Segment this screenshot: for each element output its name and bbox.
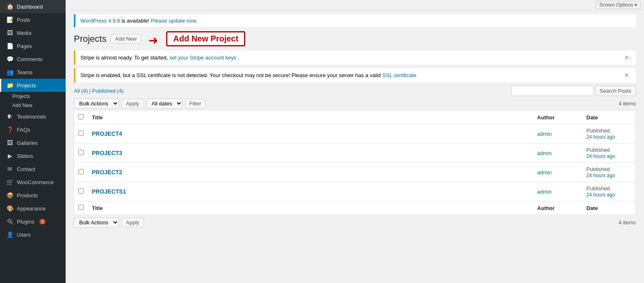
sidebar-item-woocommerce[interactable]: 🛒 WooCommerce — [0, 176, 66, 189]
filter-published-link[interactable]: Published (4) — [92, 88, 124, 94]
wp-version-link[interactable]: WordPress 4.9.8 — [80, 18, 120, 24]
apply-button-top[interactable]: Apply — [121, 99, 144, 108]
select-all-checkbox-bottom[interactable] — [78, 205, 84, 210]
sidebar-item-posts[interactable]: 📝 Posts — [0, 13, 66, 26]
date-sort-link[interactable]: Date — [587, 114, 598, 121]
bulk-actions-select-bottom[interactable]: Bulk Actions — [74, 217, 119, 228]
sidebar-item-dashboard[interactable]: 🏠 Dashboard — [0, 0, 66, 13]
sidebar-item-testimonials[interactable]: 🗣 Testimonials — [0, 110, 66, 123]
date-status: Published — [587, 128, 610, 134]
col-checkbox-header — [74, 111, 88, 124]
project-title-link[interactable]: PROJECTS1 — [92, 188, 126, 195]
stripe-notice-2: Stripe is enabled, but a SSL certificate… — [74, 68, 636, 82]
galleries-icon: 🖼 — [6, 139, 14, 146]
date-sort-link-bottom[interactable]: Date — [587, 205, 598, 211]
search-input[interactable] — [512, 86, 594, 96]
subheader: All (4) | Published (4) Search Posts — [74, 86, 636, 96]
sidebar-item-label: FAQs — [17, 127, 30, 133]
date-time-link[interactable]: 24 hours ago — [587, 192, 615, 198]
date-time-link[interactable]: 24 hours ago — [587, 134, 615, 140]
project-title-link[interactable]: PROJECT3 — [92, 150, 122, 156]
sidebar-item-contact[interactable]: ✉ Contact — [0, 162, 66, 176]
sidebar-item-teams[interactable]: 👥 Teams — [0, 66, 66, 79]
row-checkbox[interactable] — [78, 130, 84, 136]
author-link[interactable]: admin — [537, 169, 552, 176]
author-link[interactable]: admin — [537, 150, 552, 156]
apply-button-bottom[interactable]: Apply — [121, 218, 144, 227]
update-notice: WordPress 4.9.8 is available! Please upd… — [74, 14, 636, 27]
dates-filter-select[interactable]: All dates — [146, 98, 183, 109]
users-icon: 👤 — [6, 231, 14, 238]
sidebar-item-comments[interactable]: 💬 Comments — [0, 52, 66, 66]
col-checkbox-footer — [74, 201, 88, 215]
stripe-notice-1-text: Stripe is almost ready. To get started, — [80, 55, 169, 61]
filter-all-link[interactable]: All (4) — [74, 88, 89, 94]
update-now-link[interactable]: Please update now. — [151, 18, 197, 24]
row-checkbox[interactable] — [78, 188, 84, 194]
date-status: Published — [587, 166, 610, 172]
sidebar-item-label: Appearance — [17, 205, 46, 212]
page-title: Projects — [74, 34, 106, 44]
project-title-link[interactable]: PROJECT2 — [92, 169, 122, 176]
sidebar-item-galleries[interactable]: 🖼 Gallaries — [0, 136, 66, 149]
table-row: PROJECTS1 admin Published 24 hours ago — [74, 182, 636, 201]
row-date-cell: Published 24 hours ago — [582, 182, 636, 201]
sidebar-item-plugins[interactable]: 🔌 Plugins 2 — [0, 215, 66, 228]
sidebar-item-users[interactable]: 👤 Users — [0, 228, 66, 241]
sidebar-item-appearance[interactable]: 🎨 Appearance — [0, 202, 66, 215]
bulk-actions-select-top[interactable]: Bulk Actions — [74, 98, 119, 109]
row-title-cell: PROJECT3 — [88, 144, 533, 163]
items-count-bottom: 4 items — [619, 219, 636, 226]
appearance-icon: 🎨 — [6, 205, 14, 212]
col-date-footer: Date — [582, 201, 636, 215]
filter-button[interactable]: Filter — [185, 99, 206, 108]
update-notice-text: is available! — [121, 18, 151, 24]
sidebar-item-products[interactable]: 📦 Products — [0, 189, 66, 202]
date-status: Published — [587, 185, 610, 192]
sidebar-sub-label: Projects — [12, 94, 30, 99]
ssl-certificate-link[interactable]: SSL certificate — [382, 72, 416, 78]
date-time-link[interactable]: 24 hours ago — [587, 153, 615, 159]
stripe-notice-2-close[interactable]: ✕ — [622, 71, 631, 79]
stripe-account-keys-link[interactable]: set your Stripe account keys — [169, 55, 236, 61]
callout-box: Add New Project — [166, 31, 245, 46]
row-date-cell: Published 24 hours ago — [582, 124, 636, 144]
select-all-checkbox-top[interactable] — [78, 114, 84, 119]
sidebar-item-faqs[interactable]: ❓ FAQs — [0, 123, 66, 136]
faqs-icon: ❓ — [6, 126, 14, 133]
add-new-button[interactable]: Add New — [110, 34, 141, 43]
row-author-cell: admin — [533, 182, 582, 201]
sidebar-item-pages[interactable]: 📄 Pages — [0, 39, 66, 52]
bottom-toolbar: Bulk Actions Apply 4 items — [74, 217, 636, 228]
row-checkbox-cell — [74, 163, 88, 182]
content-area: WordPress 4.9.8 is available! Please upd… — [66, 10, 644, 283]
sidebar-item-projects[interactable]: 📁 Projects — [0, 79, 66, 92]
table-row: PROJECT3 admin Published 24 hours ago — [74, 144, 636, 163]
title-sort-link-bottom[interactable]: Title — [92, 205, 103, 211]
row-checkbox-cell — [74, 124, 88, 144]
search-posts-button[interactable]: Search Posts — [595, 86, 636, 96]
col-title-footer: Title — [88, 201, 533, 215]
row-title-cell: PROJECT4 — [88, 124, 533, 144]
sidebar-item-label: Projects — [17, 82, 36, 89]
sidebar-item-label: Dashboard — [17, 4, 43, 10]
row-checkbox[interactable] — [78, 150, 84, 155]
stripe-notice-1-close[interactable]: ✕ — [622, 54, 631, 62]
row-checkbox-cell — [74, 182, 88, 201]
sidebar-sub-add-new[interactable]: Add New — [0, 101, 66, 110]
row-checkbox[interactable] — [78, 169, 84, 174]
sidebar-item-label: Comments — [17, 56, 43, 62]
author-link[interactable]: admin — [537, 189, 552, 195]
author-link[interactable]: admin — [537, 131, 552, 137]
row-author-cell: admin — [533, 124, 582, 144]
title-sort-link[interactable]: Title — [92, 114, 103, 121]
col-title-header: Title — [88, 111, 533, 124]
sidebar-sub-projects[interactable]: Projects — [0, 92, 66, 101]
sidebar-item-media[interactable]: 🖼 Media — [0, 26, 66, 39]
date-time-link[interactable]: 24 hours ago — [587, 173, 615, 178]
screen-options-button[interactable]: Screen Options ▾ — [596, 1, 641, 9]
sidebar-sub-label: Add New — [12, 103, 32, 108]
project-title-link[interactable]: PROJECT4 — [92, 130, 122, 137]
sidebar-item-sliders[interactable]: ▶ Sliders — [0, 149, 66, 162]
sidebar-item-label: Products — [17, 192, 38, 199]
